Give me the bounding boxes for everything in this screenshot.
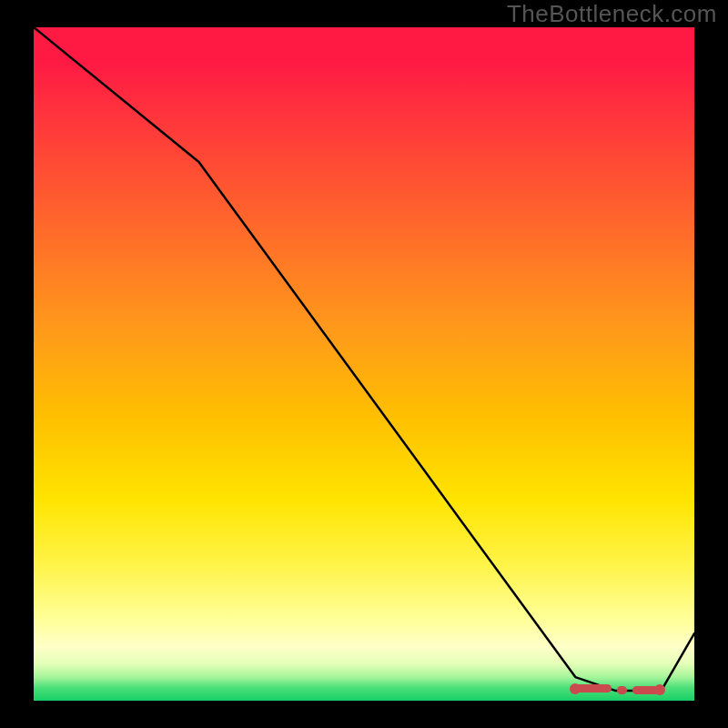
watermark-text: TheBottleneck.com: [507, 0, 717, 28]
chart-frame: TheBottleneck.com: [0, 0, 728, 728]
plot-gradient-background: [34, 27, 694, 701]
